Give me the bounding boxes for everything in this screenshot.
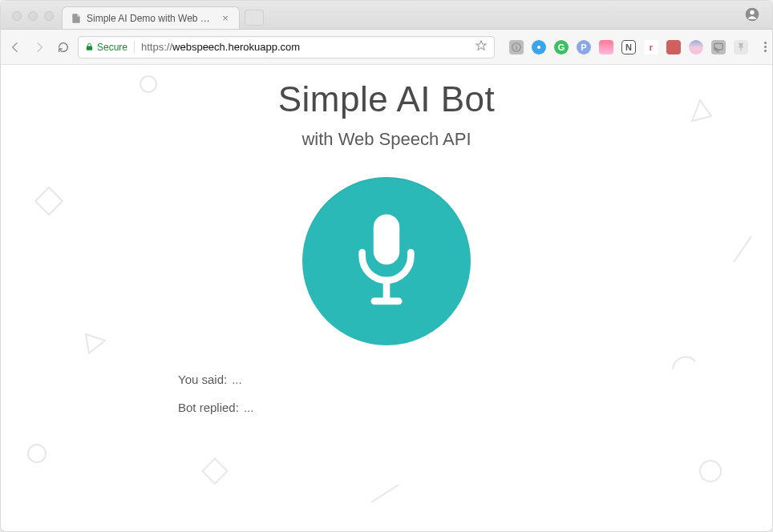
address-bar[interactable]: Secure https://webspeech.herokuapp.com [78,36,495,58]
svg-rect-18 [383,282,391,300]
page-content: Simple AI Bot with Web Speech API You sa… [1,65,772,531]
close-tab-button[interactable]: × [220,13,231,24]
microphone-icon [342,209,431,313]
page-favicon-icon [71,13,82,24]
url-protocol: https:// [141,41,172,53]
page-subtitle: with Web Speech API [302,129,471,150]
info-extension-icon[interactable] [509,40,524,54]
purple-extension-icon[interactable]: P [577,40,591,54]
you-said-value: ... [232,373,242,386]
svg-point-1 [750,10,754,14]
browser-window: Simple AI Demo with Web Spe… × Secure [0,0,773,532]
profile-button[interactable] [743,6,761,23]
page-title: Simple AI Bot [278,79,496,119]
svg-rect-17 [374,215,400,265]
bot-replied-row: Bot replied: ... [178,401,595,414]
rainbow-extension-icon[interactable] [689,40,703,54]
bookmark-star-icon[interactable] [475,39,488,54]
picture-extension-icon[interactable] [599,40,613,54]
new-tab-button[interactable] [245,10,264,26]
notion-extension-icon[interactable]: N [621,40,636,54]
svg-rect-19 [371,298,403,305]
grammarly-extension-icon[interactable]: G [554,40,569,54]
cast-extension-icon[interactable] [711,40,726,54]
url-text: https://webspeech.herokuapp.com [141,41,468,53]
browser-tab[interactable]: Simple AI Demo with Web Spe… × [62,6,240,29]
close-window-button[interactable] [12,11,22,21]
tab-bar: Simple AI Demo with Web Spe… × [1,1,772,30]
secure-indicator: Secure [85,42,127,53]
tab-title: Simple AI Demo with Web Spe… [87,13,215,24]
back-button[interactable] [9,41,22,54]
svg-rect-7 [740,47,741,50]
browser-menu-button[interactable] [759,42,771,52]
lock-icon [85,42,94,51]
svg-rect-6 [714,43,723,50]
nav-buttons [9,41,70,54]
you-said-row: You said: ... [178,373,595,386]
pin-extension-icon[interactable] [734,40,748,54]
minimize-window-button[interactable] [28,11,38,21]
red-extension-icon[interactable] [666,40,681,54]
svg-point-5 [537,46,540,49]
window-controls [7,11,62,29]
microphone-button[interactable] [302,177,471,345]
svg-rect-3 [516,46,516,49]
bot-replied-value: ... [244,401,254,414]
r-extension-icon[interactable]: r [644,40,658,54]
you-said-label: You said: [178,373,227,386]
loom-extension-icon[interactable] [532,40,546,54]
reload-button[interactable] [57,41,70,54]
browser-toolbar: Secure https://webspeech.herokuapp.com G… [1,30,772,65]
transcript-area: You said: ... Bot replied: ... [178,373,595,429]
secure-label: Secure [97,42,127,53]
svg-rect-4 [516,44,516,45]
bot-replied-label: Bot replied: [178,401,239,414]
maximize-window-button[interactable] [44,11,54,21]
forward-button[interactable] [33,41,46,54]
extension-icons: G P N r [509,40,771,54]
divider [134,41,135,54]
url-host: webspeech.herokuapp.com [172,41,300,53]
